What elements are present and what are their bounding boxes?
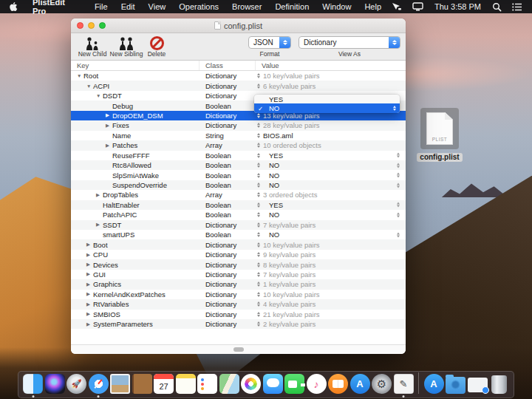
dock-item-calendar[interactable]: 27 bbox=[154, 374, 174, 394]
key-cell[interactable]: ▶Graphics bbox=[71, 279, 200, 289]
class-cell[interactable]: Dictionary bbox=[200, 111, 256, 120]
disclosure-triangle-icon[interactable]: ▶ bbox=[86, 301, 93, 307]
displays-icon[interactable] bbox=[409, 0, 427, 13]
key-cell[interactable]: ▶SMBIOS bbox=[71, 310, 200, 319]
value-cell[interactable]: 10 key/value pairs bbox=[256, 239, 406, 249]
dock-item-facetime[interactable] bbox=[284, 374, 304, 394]
key-cell[interactable]: ▶GUI bbox=[71, 270, 200, 279]
disclosure-triangle-icon[interactable]: ▶ bbox=[86, 242, 93, 248]
plist-row-ReuseFFFF[interactable]: ReuseFFFFBooleanYES bbox=[71, 151, 406, 160]
menu-edit[interactable]: Edit bbox=[115, 2, 142, 11]
dock-item-safari[interactable] bbox=[89, 374, 109, 394]
class-cell[interactable]: Boolean bbox=[200, 170, 256, 180]
dock-item-contacts[interactable] bbox=[132, 374, 152, 394]
value-text[interactable]: YES bbox=[263, 201, 283, 209]
value-cell[interactable]: NO bbox=[256, 170, 406, 180]
value-text[interactable]: YES bbox=[263, 151, 283, 160]
dock-item-siri[interactable] bbox=[45, 374, 65, 394]
column-header-class[interactable]: Class bbox=[200, 61, 256, 70]
plist-row-DropTables[interactable]: ▶DropTablesArray3 ordered objects bbox=[71, 190, 406, 200]
disclosure-triangle-icon[interactable]: ▶ bbox=[86, 291, 93, 297]
key-cell[interactable]: ▶KernelAndKextPatches bbox=[71, 290, 200, 299]
key-cell[interactable]: ▶DropTables bbox=[71, 190, 200, 200]
class-cell[interactable]: Dictionary bbox=[200, 270, 256, 279]
disclosure-triangle-icon[interactable]: ▼ bbox=[96, 93, 103, 98]
plist-row-SystemParameters[interactable]: ▶SystemParametersDictionary2 key/value p… bbox=[71, 319, 406, 329]
dock-item-downloads-folder[interactable] bbox=[446, 374, 466, 394]
dock-item-app-store[interactable]: A bbox=[350, 374, 370, 394]
value-cell[interactable]: 21 key/value pairs bbox=[256, 310, 406, 319]
disclosure-triangle-icon[interactable]: ▼ bbox=[77, 73, 83, 78]
class-cell[interactable]: Boolean bbox=[200, 151, 256, 160]
plist-row-KernelAndKextPatches[interactable]: ▶KernelAndKextPatchesDictionary10 key/va… bbox=[71, 290, 406, 299]
class-cell[interactable]: Dictionary bbox=[200, 120, 256, 130]
value-cell[interactable]: 3 ordered objects bbox=[256, 190, 406, 200]
key-cell[interactable]: ▼Root bbox=[71, 71, 200, 81]
menu-operations[interactable]: Operations bbox=[172, 2, 225, 11]
value-cell[interactable]: NO bbox=[256, 210, 406, 219]
value-text[interactable]: 4 key/value pairs bbox=[263, 300, 316, 308]
dock-item-minimized-window[interactable] bbox=[468, 374, 488, 394]
plist-row-Boot[interactable]: ▶BootDictionary10 key/value pairs bbox=[71, 239, 406, 249]
value-text[interactable]: 10 key/value pairs bbox=[263, 241, 320, 249]
value-text[interactable]: NO bbox=[263, 171, 279, 180]
key-cell[interactable]: Debug bbox=[71, 100, 200, 110]
dock-item-launchpad[interactable]: 🚀 bbox=[66, 374, 86, 394]
value-text[interactable]: 2 key/value pairs bbox=[263, 320, 316, 328]
plist-row-HaltEnabler[interactable]: HaltEnablerBooleanYES bbox=[71, 200, 406, 210]
key-cell[interactable]: Rtc8Allowed bbox=[71, 160, 200, 170]
disclosure-triangle-icon[interactable]: ▶ bbox=[96, 192, 103, 198]
value-cell[interactable]: NO bbox=[256, 180, 406, 190]
class-cell[interactable]: Dictionary bbox=[200, 81, 256, 90]
dock-item-system-preferences[interactable]: ⚙ bbox=[372, 374, 392, 394]
class-cell[interactable]: Dictionary bbox=[200, 91, 256, 100]
class-cell[interactable]: Dictionary bbox=[200, 71, 256, 81]
key-cell[interactable]: HaltEnabler bbox=[71, 200, 200, 210]
key-cell[interactable]: ▶Boot bbox=[71, 239, 200, 249]
scrollbar-thumb[interactable] bbox=[233, 347, 244, 352]
class-cell[interactable]: Dictionary bbox=[200, 319, 256, 329]
plist-row-PatchAPIC[interactable]: PatchAPICBooleanNO bbox=[71, 210, 406, 219]
value-text[interactable]: 10 key/value pairs bbox=[263, 290, 320, 299]
dock-item-finder[interactable] bbox=[23, 374, 43, 394]
value-text[interactable]: 21 key/value pairs bbox=[263, 310, 320, 318]
view-as-select[interactable]: Dictionary bbox=[299, 36, 400, 49]
dock-item-itunes[interactable]: ♪ bbox=[307, 374, 327, 394]
plist-row-Name[interactable]: NameStringBIOS.aml bbox=[71, 131, 406, 140]
key-cell[interactable]: ▶Patches bbox=[71, 140, 200, 150]
key-cell[interactable]: ▶SSDT bbox=[71, 220, 200, 230]
disclosure-triangle-icon[interactable]: ▶ bbox=[106, 143, 112, 149]
value-text[interactable]: NO bbox=[263, 231, 279, 239]
dock-item-trash[interactable] bbox=[489, 374, 509, 394]
key-cell[interactable]: SuspendOverride bbox=[71, 180, 200, 190]
class-cell[interactable]: String bbox=[200, 131, 256, 140]
value-cell[interactable]: 10 ordered objects bbox=[256, 140, 406, 150]
menu-browser[interactable]: Browser bbox=[225, 2, 268, 11]
value-cell[interactable]: 7 key/value pairs bbox=[256, 220, 406, 230]
value-stepper-icon[interactable] bbox=[397, 232, 400, 237]
dock-item-books[interactable] bbox=[328, 374, 348, 394]
value-stepper-icon[interactable] bbox=[397, 163, 400, 168]
value-cell[interactable]: 10 key/value pairs bbox=[256, 290, 406, 299]
menu-file[interactable]: File bbox=[88, 2, 115, 11]
value-cell[interactable]: 4 key/value pairs bbox=[256, 299, 406, 309]
dock-item-plistedit-pro[interactable]: ✎ bbox=[394, 374, 414, 394]
popup-option-yes[interactable]: YES bbox=[254, 95, 400, 103]
key-cell[interactable]: ReuseFFFF bbox=[71, 151, 200, 160]
format-select[interactable]: JSON bbox=[248, 36, 291, 49]
value-cell[interactable]: YES bbox=[256, 151, 406, 160]
value-cell[interactable]: 10 key/value pairs bbox=[256, 71, 406, 81]
plist-row-smartUPS[interactable]: smartUPSBooleanNO bbox=[71, 230, 406, 239]
value-cell[interactable]: 8 key/value pairs bbox=[256, 259, 406, 269]
value-text[interactable]: 28 key/value pairs bbox=[263, 121, 320, 129]
value-cell[interactable]: 6 key/value pairs bbox=[256, 81, 406, 90]
value-text[interactable]: 6 key/value pairs bbox=[263, 82, 316, 90]
key-cell[interactable]: ▶SystemParameters bbox=[71, 319, 200, 329]
class-cell[interactable]: Dictionary bbox=[200, 279, 256, 289]
spotlight-search-icon[interactable] bbox=[488, 0, 505, 13]
value-text[interactable]: 1 key/value pairs bbox=[263, 280, 316, 288]
value-text[interactable]: 7 key/value pairs bbox=[263, 221, 316, 229]
value-cell[interactable]: BIOS.aml bbox=[256, 131, 406, 140]
menu-view[interactable]: View bbox=[142, 2, 173, 11]
menu-clock[interactable]: Thu 3:58 PM bbox=[430, 2, 485, 11]
